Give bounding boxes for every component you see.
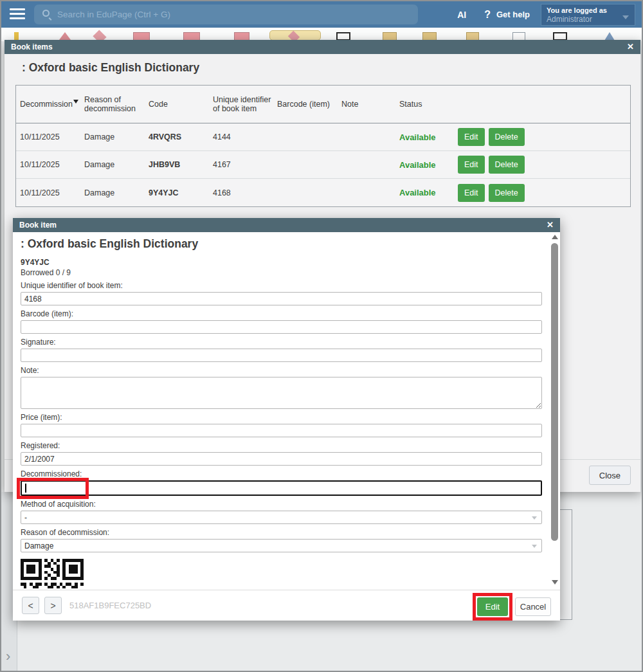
scrollbar-thumb[interactable]: [551, 243, 558, 541]
cell-reason: Damage: [80, 160, 145, 169]
column-header-unique-identifier[interactable]: Unique identifier of book item: [209, 95, 273, 113]
reason-of-decommission-select[interactable]: Damage: [21, 539, 542, 552]
method-of-acquisition-select[interactable]: -: [21, 511, 542, 524]
record-id: 518AF1B9FEC725BD: [69, 601, 151, 610]
table-row: 10/11/2025 Damage JHB9VB 4167 Available …: [16, 151, 630, 179]
cell-code: 4RVQRS: [145, 132, 209, 141]
close-icon[interactable]: ✕: [627, 42, 634, 52]
close-button[interactable]: Close: [589, 466, 631, 485]
modal-scrollbar: [550, 235, 559, 585]
signature-label: Signature:: [21, 338, 542, 347]
book-items-modal-header: Book items ✕: [5, 40, 640, 54]
edit-button[interactable]: Edit: [477, 597, 508, 616]
previous-item-button[interactable]: <: [22, 597, 39, 614]
user-name: Administrator: [547, 15, 629, 24]
sort-desc-icon: [73, 100, 78, 104]
top-bar: AI ? Get help You are logged as Administ…: [1, 1, 642, 28]
logged-as-label: You are logged as: [547, 6, 629, 14]
hamburger-menu-icon[interactable]: [10, 8, 25, 21]
status-badge: Available: [395, 160, 450, 170]
qr-code-image: [21, 559, 84, 588]
cell-unique-identifier: 4144: [209, 132, 273, 141]
table-header-row: Decommissioned Reason of decommission Co…: [16, 86, 630, 123]
global-search: [34, 5, 418, 24]
scroll-up-icon[interactable]: [552, 235, 558, 239]
note-label: Note:: [21, 366, 542, 375]
method-of-acquisition-value: -: [24, 513, 27, 522]
reason-of-decommission-label: Reason of decommission:: [21, 528, 542, 537]
text-cursor: [25, 484, 26, 493]
column-header-note[interactable]: Note: [338, 100, 395, 109]
price-input[interactable]: [21, 424, 542, 437]
edit-button[interactable]: Edit: [458, 128, 485, 146]
next-item-button[interactable]: >: [44, 597, 62, 614]
table-row: 10/11/2025 Damage 9Y4YJC 4168 Available …: [16, 179, 630, 206]
chevron-down-icon: [622, 15, 629, 19]
book-item-modal-footer: < > 518AF1B9FEC725BD Edit Cancel: [13, 590, 560, 621]
annotation-highlight-edit: Edit: [473, 593, 512, 621]
help-question-icon[interactable]: ?: [484, 9, 491, 21]
cell-decommissioned: 10/11/2025: [16, 132, 80, 141]
decommissioned-input[interactable]: [21, 480, 542, 496]
barcode-input[interactable]: [21, 320, 542, 334]
book-item-modal: Book item ✕ : Oxford basic English Dicti…: [13, 218, 560, 621]
item-code: 9Y4YJC: [21, 258, 542, 267]
cell-reason: Damage: [80, 132, 145, 141]
signature-input[interactable]: [21, 349, 542, 362]
decommissioned-label: Decommissioned:: [21, 469, 542, 478]
get-help-button[interactable]: Get help: [496, 10, 530, 19]
barcode-label: Barcode (item):: [21, 309, 542, 318]
cell-unique-identifier: 4167: [209, 160, 273, 169]
edupage-screen: AI ? Get help You are logged as Administ…: [0, 0, 643, 672]
method-of-acquisition-label: Method of acquisition:: [21, 500, 542, 509]
book-item-form: : Oxford basic English Dictionary 9Y4YJC…: [13, 232, 560, 590]
reason-of-decommission-value: Damage: [24, 541, 53, 550]
edit-button[interactable]: Edit: [458, 156, 485, 174]
registered-input[interactable]: [21, 452, 542, 466]
scroll-down-icon[interactable]: [552, 580, 558, 585]
cell-reason: Damage: [80, 188, 145, 197]
expand-sidebar-chevron-icon[interactable]: ›: [6, 650, 10, 663]
book-items-table: Decommissioned Reason of decommission Co…: [15, 85, 631, 207]
background-toolbar: [1, 28, 642, 41]
registered-label: Registered:: [21, 441, 542, 450]
column-header-status[interactable]: Status: [395, 100, 450, 109]
status-badge: Available: [395, 132, 450, 142]
book-item-modal-title: Book item: [19, 221, 57, 230]
chevron-down-icon: [532, 516, 537, 520]
book-item-modal-header: Book item ✕: [13, 218, 560, 232]
search-icon: [42, 10, 50, 17]
cancel-button[interactable]: Cancel: [515, 597, 551, 616]
delete-button[interactable]: Delete: [489, 184, 525, 202]
book-title: : Oxford basic English Dictionary: [21, 237, 542, 251]
status-badge: Available: [395, 188, 450, 197]
delete-button[interactable]: Delete: [489, 156, 525, 174]
cell-decommissioned: 10/11/2025: [16, 160, 80, 169]
book-title: : Oxford basic English Dictionary: [22, 61, 199, 75]
table-row: 10/11/2025 Damage 4RVQRS 4144 Available …: [16, 123, 630, 151]
borrowed-count: Borrowed 0 / 9: [21, 268, 542, 277]
cell-decommissioned: 10/11/2025: [16, 188, 80, 197]
note-textarea[interactable]: [21, 377, 542, 409]
book-items-modal-title: Book items: [11, 42, 53, 51]
price-label: Price (item):: [21, 413, 542, 422]
chevron-down-icon: [532, 545, 537, 548]
close-icon[interactable]: ✕: [547, 220, 554, 230]
column-header-code[interactable]: Code: [145, 100, 209, 109]
column-header-reason[interactable]: Reason of decommission: [80, 95, 145, 113]
cell-unique-identifier: 4168: [209, 188, 273, 197]
column-header-barcode[interactable]: Barcode (item): [273, 100, 338, 109]
ai-button[interactable]: AI: [457, 10, 466, 20]
search-input[interactable]: [56, 5, 410, 24]
edit-button[interactable]: Edit: [458, 184, 485, 202]
column-header-decommissioned[interactable]: Decommissioned: [16, 100, 80, 109]
delete-button[interactable]: Delete: [489, 128, 525, 146]
cell-code: JHB9VB: [145, 160, 209, 169]
logged-in-user-menu[interactable]: You are logged as Administrator: [541, 4, 635, 26]
cell-code: 9Y4YJC: [145, 188, 209, 197]
toolbar-icon: [59, 32, 71, 40]
unique-identifier-input[interactable]: [21, 292, 542, 305]
unique-identifier-label: Unique identifier of book item:: [21, 281, 130, 290]
